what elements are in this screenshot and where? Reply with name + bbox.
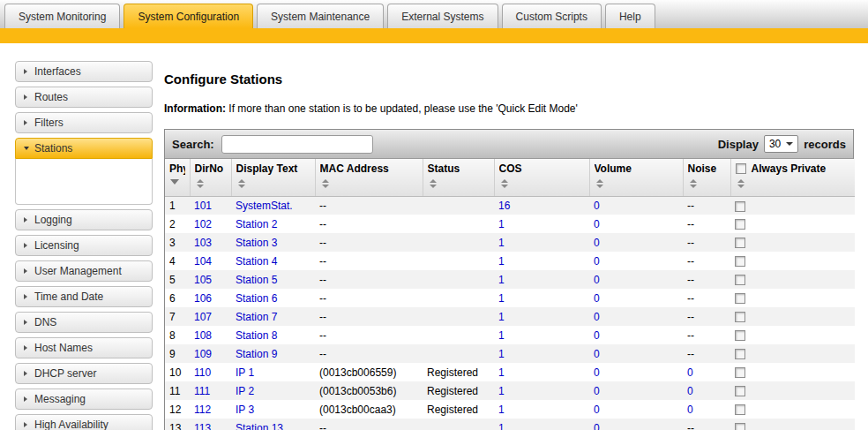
- volume-cell: 0: [589, 344, 683, 363]
- column-header-mac-address[interactable]: MAC Address: [315, 159, 423, 196]
- row-checkbox[interactable]: [735, 293, 745, 304]
- column-header-phy[interactable]: Phy: [165, 159, 190, 196]
- sidebar-item-dhcp-server[interactable]: DHCP server: [15, 363, 153, 384]
- volume-link[interactable]: 0: [594, 274, 600, 286]
- display-text-link[interactable]: Station 6: [236, 292, 277, 305]
- display-text-link[interactable]: IP 3: [236, 404, 254, 416]
- dirno-link[interactable]: 107: [194, 311, 212, 323]
- sidebar-item-messaging[interactable]: Messaging: [15, 389, 153, 410]
- display-text-link[interactable]: IP 2: [236, 385, 254, 397]
- display-text-link[interactable]: Station 4: [236, 255, 277, 268]
- tab-system-maintenance[interactable]: System Maintenance: [257, 4, 384, 28]
- cos-link[interactable]: 1: [498, 274, 505, 286]
- cos-link[interactable]: 1: [498, 329, 505, 342]
- column-header-noise[interactable]: Noise: [683, 159, 730, 196]
- sidebar-item-licensing[interactable]: Licensing: [15, 235, 153, 256]
- dirno-link[interactable]: 103: [194, 237, 212, 249]
- dirno-link[interactable]: 112: [194, 404, 211, 416]
- cos-link[interactable]: 1: [498, 366, 505, 379]
- cos-link[interactable]: 1: [498, 237, 505, 249]
- row-checkbox[interactable]: [735, 219, 745, 230]
- display-text-link[interactable]: Station 3: [236, 237, 277, 249]
- column-header-status[interactable]: Status: [423, 159, 494, 196]
- volume-link[interactable]: 0: [594, 255, 600, 268]
- dirno-link[interactable]: 101: [194, 200, 212, 212]
- tab-system-configuration[interactable]: System Configuration: [123, 4, 253, 28]
- column-header-display-text[interactable]: Display Text: [231, 159, 315, 196]
- sidebar-item-time-and-date[interactable]: Time and Date: [15, 286, 153, 307]
- dirno-link[interactable]: 113: [194, 422, 211, 430]
- sidebar-item-high-availability[interactable]: High Availability: [15, 414, 153, 430]
- row-checkbox[interactable]: [735, 404, 745, 415]
- sidebar-item-user-management[interactable]: User Management: [15, 260, 153, 282]
- display-text-link[interactable]: SystemStat.: [236, 200, 293, 212]
- volume-link[interactable]: 0: [594, 366, 600, 379]
- select-all-checkbox[interactable]: [736, 163, 746, 174]
- cos-link[interactable]: 16: [498, 200, 510, 212]
- column-header-dirno[interactable]: DirNo: [190, 159, 231, 196]
- display-text-link[interactable]: Station 7: [236, 311, 277, 323]
- sidebar-item-routes[interactable]: Routes: [15, 87, 153, 108]
- sidebar-item-filters[interactable]: Filters: [15, 112, 153, 133]
- noise-link[interactable]: 0: [687, 385, 693, 397]
- sidebar-item-interfaces[interactable]: Interfaces: [15, 61, 153, 82]
- column-header-cos[interactable]: COS: [494, 159, 589, 196]
- dirno-link[interactable]: 111: [194, 385, 210, 397]
- tab-external-systems[interactable]: External Systems: [387, 4, 498, 28]
- display-text-link[interactable]: Station 13: [236, 422, 283, 430]
- row-checkbox[interactable]: [735, 238, 745, 248]
- tab-help[interactable]: Help: [605, 4, 655, 28]
- row-checkbox[interactable]: [735, 423, 745, 430]
- cos-link[interactable]: 1: [498, 292, 505, 305]
- display-text-link[interactable]: Station 2: [236, 218, 277, 230]
- row-checkbox[interactable]: [735, 349, 745, 359]
- volume-link[interactable]: 0: [594, 218, 600, 230]
- row-checkbox[interactable]: [735, 330, 745, 341]
- row-checkbox[interactable]: [735, 275, 745, 285]
- sidebar-item-logging[interactable]: Logging: [15, 209, 153, 230]
- volume-link[interactable]: 0: [594, 385, 600, 397]
- sidebar-item-stations[interactable]: Stations: [15, 138, 153, 159]
- dirno-link[interactable]: 109: [194, 348, 212, 360]
- volume-link[interactable]: 0: [594, 200, 600, 212]
- dirno-link[interactable]: 108: [194, 329, 212, 342]
- column-header-volume[interactable]: Volume: [589, 159, 683, 196]
- tab-custom-scripts[interactable]: Custom Scripts: [502, 4, 602, 28]
- tab-system-monitoring[interactable]: System Monitoring: [4, 4, 120, 28]
- noise-link[interactable]: 0: [687, 404, 693, 416]
- cos-link[interactable]: 1: [498, 404, 505, 416]
- row-checkbox[interactable]: [735, 201, 745, 212]
- dirno-link[interactable]: 104: [194, 255, 212, 268]
- dirno-link[interactable]: 110: [194, 366, 211, 379]
- dirno-link[interactable]: 105: [194, 274, 212, 286]
- display-text-link[interactable]: IP 1: [236, 366, 254, 379]
- display-text-link[interactable]: Station 5: [236, 274, 277, 286]
- column-header-always-private[interactable]: Always Private: [730, 159, 855, 196]
- sidebar-item-dns[interactable]: DNS: [15, 312, 153, 333]
- search-input[interactable]: [221, 135, 373, 154]
- cos-link[interactable]: 1: [498, 218, 505, 230]
- noise-link[interactable]: 0: [687, 366, 693, 379]
- cos-link[interactable]: 1: [498, 385, 505, 397]
- row-checkbox[interactable]: [735, 367, 745, 378]
- volume-link[interactable]: 0: [594, 311, 600, 323]
- cos-link[interactable]: 1: [498, 311, 505, 323]
- volume-link[interactable]: 0: [594, 348, 600, 360]
- display-text-link[interactable]: Station 9: [236, 348, 277, 360]
- volume-link[interactable]: 0: [594, 237, 600, 249]
- row-checkbox[interactable]: [735, 312, 745, 322]
- volume-link[interactable]: 0: [594, 422, 600, 430]
- cos-link[interactable]: 1: [498, 422, 505, 430]
- row-checkbox[interactable]: [735, 256, 745, 267]
- volume-link[interactable]: 0: [594, 404, 600, 416]
- display-text-link[interactable]: Station 8: [236, 329, 277, 342]
- cos-link[interactable]: 1: [498, 255, 505, 268]
- display-records-select[interactable]: 30: [764, 135, 798, 153]
- volume-link[interactable]: 0: [594, 292, 600, 305]
- sidebar-item-host-names[interactable]: Host Names: [15, 337, 153, 358]
- cos-link[interactable]: 1: [498, 348, 505, 360]
- dirno-link[interactable]: 106: [194, 292, 212, 305]
- row-checkbox[interactable]: [735, 386, 745, 396]
- volume-link[interactable]: 0: [594, 329, 600, 342]
- dirno-link[interactable]: 102: [194, 218, 212, 230]
